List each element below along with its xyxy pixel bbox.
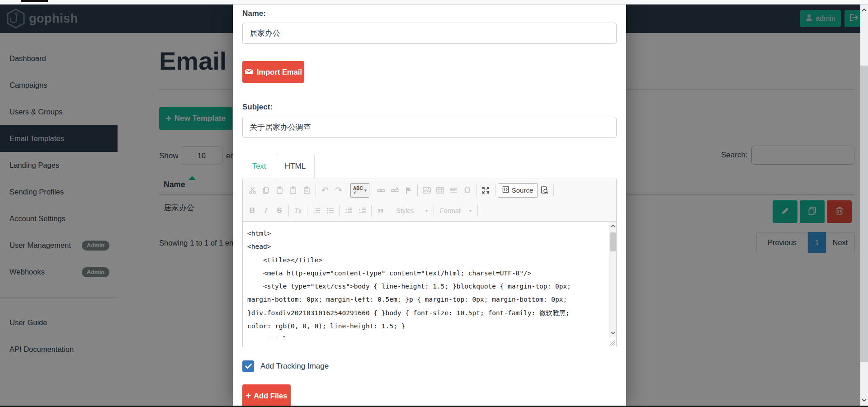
toolbar-separator	[339, 205, 340, 217]
format-dropdown[interactable]: Format ▾	[436, 204, 475, 218]
maximize-icon[interactable]	[479, 184, 493, 197]
scroll-down-icon[interactable]	[610, 331, 616, 335]
scroll-down-icon[interactable]	[861, 397, 867, 403]
source-button[interactable]: Source	[498, 183, 538, 198]
paste-from-word-icon[interactable]: W	[300, 184, 313, 197]
gophish-app: gophish admin	[0, 5, 868, 406]
cut-icon[interactable]	[245, 184, 259, 197]
screen: gophish admin	[0, 0, 868, 407]
name-label: Name:	[242, 9, 266, 18]
toolbar-separator	[372, 185, 372, 196]
html-editor: T W ↶ ↷	[242, 179, 617, 347]
editor-bottom-bar	[243, 337, 616, 347]
tracking-image-label: Add Tracking Image	[260, 362, 329, 371]
edit-template-modal: Name: Import Email Subject: Text HTML	[233, 5, 626, 406]
svg-text:T: T	[292, 189, 294, 193]
source-code: <html> <head> <title></title> <meta http…	[247, 227, 604, 337]
unlink-icon[interactable]	[388, 184, 401, 197]
scroll-up-icon[interactable]	[610, 224, 616, 228]
redo-icon[interactable]: ↷	[332, 184, 345, 197]
textarea-scrollbar-thumb[interactable]	[610, 232, 616, 251]
italic-icon[interactable]: I	[259, 204, 273, 218]
check-icon	[245, 364, 252, 369]
numbered-list-icon[interactable]: 1 2	[310, 204, 323, 218]
decrease-indent-icon[interactable]	[342, 204, 355, 218]
textarea-scrollbar[interactable]	[609, 222, 616, 337]
toolbar-separator	[553, 185, 554, 196]
paste-icon[interactable]	[273, 184, 286, 197]
toolbar-separator	[371, 205, 372, 217]
preview-icon[interactable]	[538, 184, 551, 197]
styles-dropdown[interactable]: Styles ▾	[392, 204, 431, 218]
browser-top-strip	[0, 0, 868, 5]
import-email-button[interactable]: Import Email	[242, 61, 304, 83]
add-files-button[interactable]: + Add Files	[242, 384, 291, 406]
tracking-image-row: Add Tracking Image	[242, 360, 329, 372]
table-icon[interactable]	[434, 184, 447, 197]
spellcheck-button[interactable]: ABC ✓ ▾	[350, 183, 369, 198]
toolbar-separator	[316, 185, 316, 196]
scrollbar-thumb[interactable]	[860, 66, 868, 362]
toolbar-row-2: B I S Tx 1 2	[245, 200, 613, 221]
toolbar-separator	[477, 205, 478, 217]
image-icon[interactable]	[420, 184, 434, 197]
check-icon: ✓	[353, 190, 363, 194]
toolbar-separator	[495, 185, 495, 196]
editor-tabs: Text HTML	[242, 154, 315, 179]
toolbar-separator	[417, 185, 418, 196]
template-name-input[interactable]	[242, 23, 617, 44]
svg-text:W: W	[305, 189, 308, 193]
chevron-down-icon: ▾	[425, 208, 428, 213]
page-scrollbar[interactable]	[860, 5, 868, 406]
plus-icon: +	[246, 391, 251, 400]
svg-text:1: 1	[313, 207, 315, 210]
increase-indent-icon[interactable]	[355, 204, 369, 218]
tab-text[interactable]: Text	[242, 154, 276, 179]
horizontal-rule-icon[interactable]	[447, 184, 461, 197]
anchor-flag-icon[interactable]	[401, 184, 415, 197]
toolbar-separator	[476, 185, 477, 196]
toolbar-separator	[288, 205, 289, 217]
source-code-icon	[502, 186, 509, 194]
blockquote-icon[interactable]: ”	[374, 204, 387, 218]
subject-input[interactable]	[242, 117, 617, 138]
editor-toolbar: T W ↶ ↷	[243, 179, 616, 222]
envelope-icon	[245, 68, 253, 76]
special-character-icon[interactable]: Ω	[461, 184, 474, 197]
toolbar-separator	[307, 205, 307, 217]
bold-icon[interactable]: B	[245, 204, 259, 218]
link-icon[interactable]	[374, 184, 388, 197]
copy-toolbar-icon[interactable]	[259, 184, 273, 197]
strikethrough-icon[interactable]: S	[273, 204, 286, 218]
toolbar-separator	[434, 205, 434, 217]
bulleted-list-icon[interactable]	[323, 204, 337, 218]
toolbar-separator	[390, 205, 390, 217]
paste-as-text-icon[interactable]: T	[286, 184, 300, 197]
html-source-textarea[interactable]: <html> <head> <title></title> <meta http…	[243, 222, 616, 337]
subject-label: Subject:	[242, 103, 273, 112]
browser-tab-fragment	[21, 0, 48, 2]
toolbar-separator	[348, 185, 348, 196]
add-tracking-image-checkbox[interactable]	[242, 360, 254, 372]
chevron-down-icon: ▾	[364, 188, 367, 193]
svg-text:2: 2	[313, 211, 315, 214]
remove-format-icon[interactable]: Tx	[291, 204, 305, 218]
chevron-down-icon: ▾	[469, 208, 472, 213]
resize-handle[interactable]	[609, 340, 615, 345]
toolbar-row-1: T W ↶ ↷	[245, 180, 613, 200]
undo-icon[interactable]: ↶	[318, 184, 332, 197]
tab-html[interactable]: HTML	[276, 154, 315, 179]
scroll-up-icon[interactable]	[861, 7, 867, 13]
